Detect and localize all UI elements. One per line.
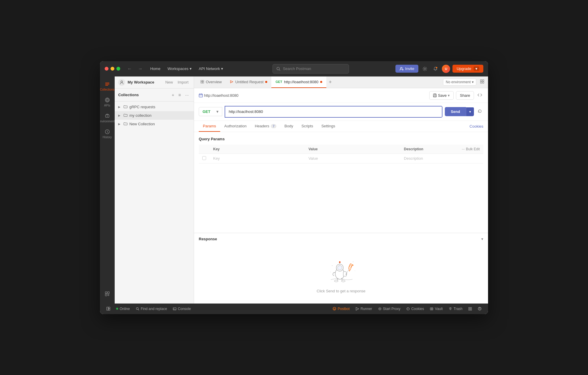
svg-point-58 — [333, 308, 334, 309]
bottom-cookies-item[interactable]: Cookies — [403, 307, 427, 311]
invite-button[interactable]: Invite — [395, 65, 418, 73]
environments-icon — [104, 113, 110, 119]
svg-point-40 — [339, 261, 340, 263]
trash-label: Trash — [454, 307, 462, 311]
home-nav-item[interactable]: Home — [147, 65, 163, 72]
body-tab-label: Body — [285, 124, 293, 128]
sidebar-item-environments[interactable]: Environments — [101, 111, 114, 125]
bottom-runner-item[interactable]: Runner — [353, 307, 375, 311]
auth-tab-label: Authorization — [224, 124, 247, 128]
bottom-postbot-item[interactable]: Postbot — [330, 307, 353, 311]
save-label: Save — [438, 93, 447, 98]
req-tab-headers[interactable]: Headers 7 — [251, 121, 280, 132]
bottom-console-item[interactable]: Console — [170, 304, 194, 314]
svg-point-44 — [349, 265, 351, 267]
bulk-edit-label: Bulk Edit — [466, 147, 480, 151]
cookies-link[interactable]: Cookies — [470, 124, 483, 129]
value-cell[interactable]: Value — [305, 154, 400, 163]
more-icon: ··· — [462, 147, 465, 151]
params-table: Key Value Description ··· Bulk Edit — [199, 145, 483, 164]
bottom-online-item[interactable]: Online — [113, 304, 133, 314]
sidebar-item-history[interactable]: History — [101, 126, 114, 141]
svg-point-13 — [107, 116, 108, 116]
bottom-grid-item[interactable] — [465, 307, 475, 311]
code-button[interactable] — [476, 91, 483, 99]
bottom-find-replace-item[interactable]: Find and replace — [133, 304, 170, 314]
desc-placeholder: Description — [404, 156, 423, 161]
collection-item-new[interactable]: ▶ New Collection — [115, 120, 194, 128]
import-button[interactable]: Import — [176, 79, 190, 85]
api-network-nav-item[interactable]: API Network ▾ — [196, 65, 226, 72]
chevron-right-icon-2: ▶ — [118, 114, 122, 117]
bottom-trash-item[interactable]: Trash — [446, 307, 465, 311]
tab-untitled-label: Untitled Request — [235, 80, 263, 84]
sidebar-item-collections[interactable]: Collections — [101, 79, 114, 94]
sidebar-item-apis[interactable]: APIs — [101, 95, 114, 109]
row-checkbox[interactable] — [202, 156, 206, 160]
new-button[interactable]: New — [163, 79, 175, 85]
tab-untitled[interactable]: Untitled Request — [226, 76, 271, 88]
back-button[interactable]: ← — [126, 65, 133, 73]
tabs-right: No environment ▾ — [443, 76, 486, 88]
svg-rect-73 — [469, 309, 470, 310]
send-main-button[interactable]: Send — [445, 107, 466, 116]
add-tab-button[interactable]: + — [326, 76, 334, 88]
filter-button[interactable]: ≡ — [177, 91, 183, 98]
save-icon — [433, 94, 437, 97]
req-tab-settings[interactable]: Settings — [317, 121, 339, 132]
share-button[interactable]: Share — [456, 91, 474, 100]
minimize-button[interactable] — [111, 67, 114, 71]
svg-point-66 — [408, 309, 408, 309]
req-tab-auth[interactable]: Authorization — [220, 121, 251, 132]
bottom-help-item[interactable] — [475, 307, 485, 311]
home-label: Home — [150, 66, 161, 71]
tab-overview[interactable]: Overview — [196, 76, 226, 88]
method-selector[interactable]: GET ▾ — [199, 107, 222, 116]
refresh-button[interactable] — [476, 108, 483, 116]
response-chevron-icon[interactable]: ▾ — [481, 237, 483, 241]
svg-point-59 — [335, 308, 335, 309]
env-selector[interactable]: No environment ▾ — [443, 79, 476, 86]
send-dropdown-button[interactable]: ▾ — [466, 107, 474, 116]
collection-item-grpc[interactable]: ▶ gRPC requests — [115, 103, 194, 111]
panel-header-actions: + ≡ ··· — [170, 91, 190, 98]
add-collection-button[interactable]: + — [170, 91, 176, 98]
collection-item-my[interactable]: ▶ my collection — [115, 111, 194, 120]
bottom-vault-item[interactable]: Vault — [427, 307, 445, 311]
bulk-edit-button[interactable]: ··· Bulk Edit — [462, 147, 480, 151]
params-tab-label: Params — [203, 124, 216, 128]
layout-button[interactable] — [479, 78, 486, 86]
close-button[interactable] — [105, 67, 108, 71]
save-button[interactable]: Save ▾ — [429, 91, 454, 100]
desc-cell[interactable]: Description — [400, 154, 483, 163]
req-tab-body[interactable]: Body — [280, 121, 298, 132]
upgrade-button[interactable]: Upgrade ▾ — [452, 65, 483, 73]
online-label: Online — [120, 307, 130, 311]
key-cell[interactable]: Key — [210, 154, 305, 163]
avatar[interactable]: U — [442, 65, 450, 73]
req-tab-scripts[interactable]: Scripts — [297, 121, 317, 132]
bottom-start-proxy-item[interactable]: Start Proxy — [375, 307, 403, 311]
notifications-button[interactable] — [431, 65, 440, 72]
svg-point-45 — [332, 265, 333, 266]
workspace-header: My Workspace New Import — [115, 76, 194, 89]
req-tab-params[interactable]: Params — [199, 121, 220, 132]
svg-point-64 — [407, 308, 408, 309]
svg-rect-35 — [434, 96, 436, 97]
breadcrumb: http://loaelhost:8080 — [199, 93, 427, 98]
settings-button[interactable] — [421, 65, 429, 72]
more-options-button[interactable]: ··· — [183, 91, 190, 98]
svg-rect-27 — [482, 80, 484, 81]
request-bar: http://loaelhost:8080 Save ▾ Share — [194, 88, 488, 103]
proxy-icon — [378, 307, 382, 311]
response-title: Response — [199, 237, 217, 241]
url-input[interactable] — [225, 106, 442, 117]
bottom-layout-button[interactable] — [103, 304, 113, 314]
sidebar-item-extra[interactable] — [101, 286, 114, 301]
workspaces-nav-item[interactable]: Workspaces ▾ — [165, 65, 195, 72]
maximize-button[interactable] — [116, 67, 120, 71]
search-bar[interactable]: Search Postman — [273, 64, 349, 74]
tab-get-request[interactable]: GET http://loaelhost:8080 — [271, 76, 326, 88]
svg-point-69 — [432, 309, 432, 309]
forward-button[interactable]: → — [137, 65, 144, 73]
